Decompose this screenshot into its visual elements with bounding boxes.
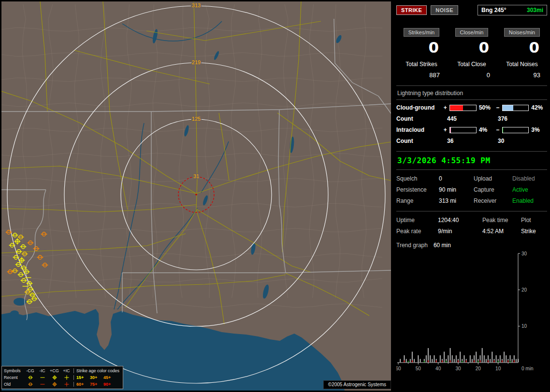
ring-label-219: 219 (192, 59, 201, 65)
squelch-label: Squelch (396, 175, 439, 182)
close-per-min-value: 0 (447, 39, 497, 56)
close-per-min-chip[interactable]: Close/min (455, 28, 489, 37)
legend-plus-icon (60, 375, 72, 380)
legend-circle-minus-icon (24, 375, 36, 380)
strikes-per-min-value: 0 (396, 39, 447, 56)
svg-text:0 min: 0 min (521, 366, 533, 371)
cg-negative-pct: 42% (530, 104, 547, 111)
range-value: 313 mi (439, 197, 474, 204)
legend-row-recent: Recent 15+30+45+ (4, 374, 121, 381)
squelch-value: 0 (439, 175, 474, 182)
total-strikes-value: 887 (396, 71, 447, 79)
legend-circle-plus-icon (48, 382, 60, 387)
strikes-per-min-chip[interactable]: Strikes/min (404, 28, 439, 37)
legend-circle-minus-icon (24, 382, 36, 387)
minus-sign: − (495, 126, 501, 133)
map-area[interactable]: 313 219 125 31 Symbols -CG -IC +CG +IC S… (1, 1, 391, 391)
count-label: Count (396, 115, 447, 122)
datetime-display: 3/3/2026 4:55:19 PM (397, 156, 547, 165)
total-strikes-label: Total Strikes (396, 61, 447, 68)
trend-graph: 1020306050403020100 min (396, 252, 546, 374)
plot-value: Strike (521, 228, 547, 235)
ic-negative-count: 30 (498, 138, 504, 144)
receiver-label: Receiver (474, 197, 512, 204)
right-panel: STRIKE NOISE Bng 245° 303mi Strikes/min … (392, 0, 550, 392)
legend-plus-icon (60, 382, 72, 387)
legend-age-code: 60+ (76, 382, 90, 387)
svg-text:40: 40 (435, 366, 441, 371)
noise-indicator-button[interactable]: NOISE (431, 5, 458, 15)
svg-text:10: 10 (495, 366, 501, 371)
uptime-label: Uptime (396, 217, 438, 224)
strikes-per-min-column: Strikes/min 0 Total Strikes 887 (396, 28, 447, 79)
plus-sign: + (442, 126, 448, 133)
upload-status: Disabled (512, 175, 547, 182)
legend-minus-icon (36, 382, 48, 387)
range-label: Range (396, 197, 439, 204)
legend-circle-plus-icon (48, 375, 60, 380)
ring-label-313: 313 (192, 2, 201, 8)
cg-positive-count: 445 (447, 115, 498, 122)
ic-negative-bar (502, 127, 529, 133)
total-close-label: Total Close (447, 61, 497, 68)
plot-label: Plot (521, 217, 547, 224)
ic-positive-count: 36 (447, 138, 498, 144)
divider (396, 99, 547, 100)
distribution-title: Lightning type distribution (397, 90, 547, 97)
svg-text:20: 20 (476, 366, 481, 371)
noises-per-min-column: Noises/min 0 Total Noises 93 (497, 28, 547, 79)
count-label: Count (396, 138, 447, 144)
plus-sign: + (442, 104, 448, 111)
cg-positive-pct: 50% (478, 104, 495, 111)
legend-age-code: 30+ (90, 375, 103, 380)
receiver-status: Enabled (512, 197, 547, 204)
svg-text:10: 10 (521, 323, 527, 329)
intracloud-counts: Count 36 30 (396, 138, 547, 144)
divider (396, 211, 547, 211)
divider (396, 169, 547, 170)
peak-time-label: Peak time (482, 217, 521, 224)
total-noises-label: Total Noises (497, 61, 547, 68)
ic-positive-bar (449, 127, 477, 133)
lightning-map[interactable]: 313 219 125 31 (1, 1, 391, 391)
legend-row-old: Old 60+75+90+ (4, 381, 121, 388)
persistence-label: Persistence (396, 186, 439, 193)
legend-col-ncg: -CG (24, 368, 36, 373)
persistence-value: 90 min (439, 186, 474, 193)
legend-symbols-title: Symbols (4, 368, 24, 373)
legend-col-pcg: +CG (48, 368, 60, 373)
trend-window-value: 60 min (434, 242, 451, 249)
total-close-value: 0 (447, 71, 497, 79)
legend-age-code: 15+ (76, 375, 90, 380)
svg-text:20: 20 (521, 287, 527, 293)
trend-graph-header: Trend graph 60 min (396, 242, 547, 249)
capture-label: Capture (474, 186, 512, 193)
trend-graph-label: Trend graph (396, 242, 428, 249)
cg-negative-count: 376 (498, 115, 507, 122)
upload-label: Upload (474, 175, 512, 182)
bearing-readout: Bng 245° 303mi (478, 5, 547, 15)
legend-header: Symbols -CG -IC +CG +IC Strike age color… (4, 367, 121, 374)
svg-text:60: 60 (396, 366, 401, 371)
ring-label-125: 125 (192, 116, 201, 122)
map-legend: Symbols -CG -IC +CG +IC Strike age color… (1, 366, 123, 389)
close-per-min-column: Close/min 0 Total Close 0 (447, 28, 497, 79)
ic-negative-pct: 3% (530, 126, 547, 133)
minus-sign: − (495, 104, 501, 111)
peak-rate-label: Peak rate (396, 228, 438, 235)
uptime-value: 1204:40 (438, 217, 482, 224)
divider (396, 151, 547, 152)
rate-counters: Strikes/min 0 Total Strikes 887 Close/mi… (396, 28, 547, 79)
legend-minus-icon (36, 375, 48, 380)
status-grid: Squelch 0 Upload Disabled Persistence 90… (396, 175, 547, 204)
peak-rate-value: 9/min (438, 228, 482, 235)
sensor-location-marker (195, 194, 197, 196)
svg-text:50: 50 (416, 366, 421, 371)
noises-per-min-chip[interactable]: Noises/min (504, 28, 540, 37)
capture-status: Active (512, 186, 547, 193)
legend-recent-label: Recent (4, 375, 24, 380)
legend-age-code: 45+ (103, 375, 117, 380)
strike-indicator-button[interactable]: STRIKE (396, 5, 427, 15)
cloud-ground-counts: Count 445 376 (396, 115, 547, 122)
svg-text:30: 30 (521, 252, 527, 256)
